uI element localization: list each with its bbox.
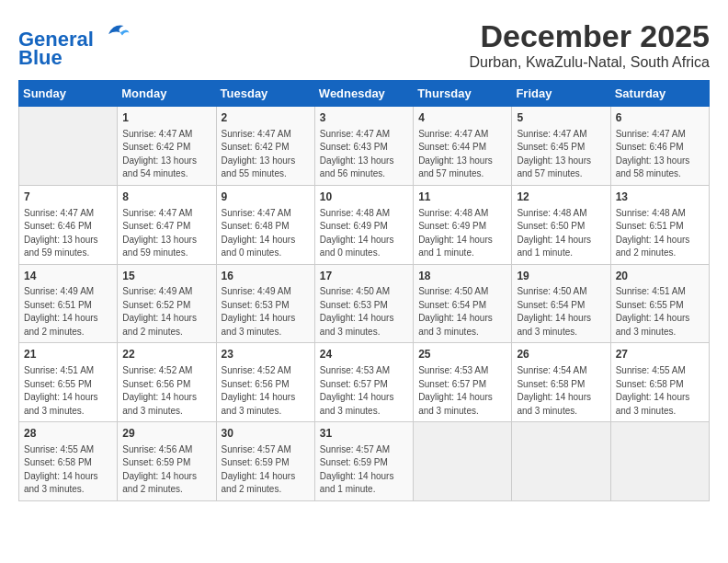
table-row: 26Sunrise: 4:54 AM Sunset: 6:58 PM Dayli… [512,343,610,422]
table-row: 17Sunrise: 4:50 AM Sunset: 6:53 PM Dayli… [314,264,413,343]
day-info: Sunrise: 4:47 AM Sunset: 6:47 PM Dayligh… [122,207,210,260]
table-row: 30Sunrise: 4:57 AM Sunset: 6:59 PM Dayli… [216,422,314,501]
table-row: 3Sunrise: 4:47 AM Sunset: 6:43 PM Daylig… [314,107,413,186]
table-row: 11Sunrise: 4:48 AM Sunset: 6:49 PM Dayli… [414,185,512,264]
day-number: 10 [320,190,408,205]
table-row: 12Sunrise: 4:48 AM Sunset: 6:50 PM Dayli… [512,185,610,264]
day-info: Sunrise: 4:50 AM Sunset: 6:53 PM Dayligh… [320,285,408,339]
day-number: 9 [222,190,310,205]
day-number: 21 [24,347,112,362]
day-number: 6 [616,110,704,126]
day-number: 4 [418,110,506,126]
logo: General Blue [18,18,131,69]
table-row: 28Sunrise: 4:55 AM Sunset: 6:58 PM Dayli… [19,422,118,501]
day-number: 28 [24,426,112,442]
table-row: 18Sunrise: 4:50 AM Sunset: 6:54 PM Dayli… [414,264,512,343]
day-info: Sunrise: 4:51 AM Sunset: 6:55 PM Dayligh… [24,364,112,418]
day-info: Sunrise: 4:47 AM Sunset: 6:42 PM Dayligh… [122,128,210,181]
calendar-title: December 2025 [470,18,710,54]
table-row: 20Sunrise: 4:51 AM Sunset: 6:55 PM Dayli… [610,264,709,343]
day-number: 30 [222,426,310,442]
calendar-week-row: 14Sunrise: 4:49 AM Sunset: 6:51 PM Dayli… [19,264,710,343]
table-row: 31Sunrise: 4:57 AM Sunset: 6:59 PM Dayli… [314,422,413,501]
day-info: Sunrise: 4:47 AM Sunset: 6:46 PM Dayligh… [24,207,112,260]
day-number: 18 [418,269,506,284]
day-info: Sunrise: 4:48 AM Sunset: 6:49 PM Dayligh… [418,207,506,260]
table-row: 25Sunrise: 4:53 AM Sunset: 6:57 PM Dayli… [414,343,512,422]
day-info: Sunrise: 4:47 AM Sunset: 6:46 PM Dayligh… [616,128,704,181]
day-info: Sunrise: 4:49 AM Sunset: 6:51 PM Dayligh… [24,285,112,339]
day-number: 17 [320,269,408,284]
table-row: 15Sunrise: 4:49 AM Sunset: 6:52 PM Dayli… [118,264,216,343]
day-number: 29 [122,426,210,442]
day-number: 7 [24,190,112,205]
day-info: Sunrise: 4:47 AM Sunset: 6:48 PM Dayligh… [222,207,310,260]
day-info: Sunrise: 4:49 AM Sunset: 6:53 PM Dayligh… [222,285,310,339]
day-info: Sunrise: 4:47 AM Sunset: 6:43 PM Dayligh… [320,128,408,181]
header-saturday: Saturday [610,81,709,107]
header-wednesday: Wednesday [314,81,413,107]
day-number: 1 [122,110,210,126]
day-info: Sunrise: 4:51 AM Sunset: 6:55 PM Dayligh… [616,285,704,339]
day-info: Sunrise: 4:57 AM Sunset: 6:59 PM Dayligh… [222,443,310,497]
day-number: 5 [517,110,605,126]
header-sunday: Sunday [19,81,118,107]
table-row [512,422,610,501]
day-number: 11 [418,190,506,205]
calendar-week-row: 1Sunrise: 4:47 AM Sunset: 6:42 PM Daylig… [19,107,710,186]
table-row: 29Sunrise: 4:56 AM Sunset: 6:59 PM Dayli… [118,422,216,501]
table-row: 7Sunrise: 4:47 AM Sunset: 6:46 PM Daylig… [19,185,118,264]
day-info: Sunrise: 4:57 AM Sunset: 6:59 PM Dayligh… [320,443,408,497]
day-info: Sunrise: 4:54 AM Sunset: 6:58 PM Dayligh… [517,364,605,418]
day-number: 24 [320,347,408,362]
day-number: 25 [418,347,506,362]
day-info: Sunrise: 4:47 AM Sunset: 6:44 PM Dayligh… [418,128,506,181]
day-number: 15 [122,269,210,284]
table-row [610,422,709,501]
table-row [19,107,118,186]
day-info: Sunrise: 4:50 AM Sunset: 6:54 PM Dayligh… [517,285,605,339]
day-number: 20 [616,269,704,284]
table-row: 22Sunrise: 4:52 AM Sunset: 6:56 PM Dayli… [118,343,216,422]
table-row: 6Sunrise: 4:47 AM Sunset: 6:46 PM Daylig… [610,107,709,186]
title-block: December 2025 Durban, KwaZulu-Natal, Sou… [470,18,710,71]
day-info: Sunrise: 4:50 AM Sunset: 6:54 PM Dayligh… [418,285,506,339]
header-friday: Friday [512,81,610,107]
day-info: Sunrise: 4:55 AM Sunset: 6:58 PM Dayligh… [616,364,704,418]
day-info: Sunrise: 4:48 AM Sunset: 6:51 PM Dayligh… [616,207,704,260]
day-info: Sunrise: 4:48 AM Sunset: 6:50 PM Dayligh… [517,207,605,260]
table-row: 27Sunrise: 4:55 AM Sunset: 6:58 PM Dayli… [610,343,709,422]
day-number: 14 [24,269,112,284]
day-info: Sunrise: 4:52 AM Sunset: 6:56 PM Dayligh… [222,364,310,418]
table-row: 1Sunrise: 4:47 AM Sunset: 6:42 PM Daylig… [118,107,216,186]
day-number: 13 [616,190,704,205]
day-number: 22 [122,347,210,362]
day-info: Sunrise: 4:47 AM Sunset: 6:42 PM Dayligh… [222,128,310,181]
day-info: Sunrise: 4:55 AM Sunset: 6:58 PM Dayligh… [24,443,112,497]
table-row: 16Sunrise: 4:49 AM Sunset: 6:53 PM Dayli… [216,264,314,343]
calendar-subtitle: Durban, KwaZulu-Natal, South Africa [470,54,710,71]
day-number: 31 [320,426,408,442]
calendar-week-row: 28Sunrise: 4:55 AM Sunset: 6:58 PM Dayli… [19,422,710,501]
calendar-table: Sunday Monday Tuesday Wednesday Thursday… [18,80,710,501]
table-row: 2Sunrise: 4:47 AM Sunset: 6:42 PM Daylig… [216,107,314,186]
table-row: 24Sunrise: 4:53 AM Sunset: 6:57 PM Dayli… [314,343,413,422]
day-number: 12 [517,190,605,205]
day-number: 2 [222,110,310,126]
day-number: 27 [616,347,704,362]
day-info: Sunrise: 4:52 AM Sunset: 6:56 PM Dayligh… [122,364,210,418]
table-row: 21Sunrise: 4:51 AM Sunset: 6:55 PM Dayli… [19,343,118,422]
calendar-week-row: 21Sunrise: 4:51 AM Sunset: 6:55 PM Dayli… [19,343,710,422]
calendar-week-row: 7Sunrise: 4:47 AM Sunset: 6:46 PM Daylig… [19,185,710,264]
day-number: 19 [517,269,605,284]
day-number: 3 [320,110,408,126]
table-row: 23Sunrise: 4:52 AM Sunset: 6:56 PM Dayli… [216,343,314,422]
header-tuesday: Tuesday [216,81,314,107]
table-row: 10Sunrise: 4:48 AM Sunset: 6:49 PM Dayli… [314,185,413,264]
calendar-header-row: Sunday Monday Tuesday Wednesday Thursday… [19,81,710,107]
table-row: 13Sunrise: 4:48 AM Sunset: 6:51 PM Dayli… [610,185,709,264]
page-header: General Blue December 2025 Durban, KwaZu… [18,18,710,71]
day-number: 26 [517,347,605,362]
day-info: Sunrise: 4:48 AM Sunset: 6:49 PM Dayligh… [320,207,408,260]
table-row: 9Sunrise: 4:47 AM Sunset: 6:48 PM Daylig… [216,185,314,264]
